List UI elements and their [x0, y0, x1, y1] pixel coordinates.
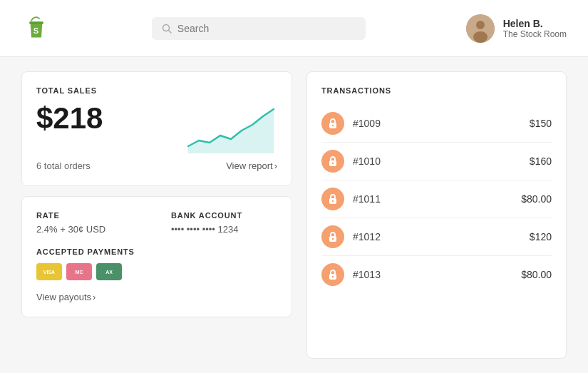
- svg-point-16: [332, 238, 334, 240]
- payment-card-visa: VISA: [36, 263, 62, 280]
- user-name: Helen B.: [503, 18, 567, 29]
- svg-point-7: [473, 31, 488, 43]
- search-icon: [162, 24, 172, 34]
- transaction-item: #1012 $120: [321, 218, 552, 256]
- user-info: Helen B. The Stock Room: [503, 18, 567, 39]
- transaction-id: #1013: [353, 269, 381, 280]
- transaction-item: #1011 $80.00: [321, 180, 552, 218]
- left-panel: TOTAL SALES $218 6 total orders View rep…: [21, 71, 292, 359]
- transaction-left: #1012: [321, 225, 381, 248]
- transaction-id: #1010: [353, 155, 381, 167]
- user-store: The Stock Room: [503, 29, 567, 39]
- lock-icon: [328, 269, 338, 280]
- transaction-item: #1010 $160: [321, 143, 552, 180]
- transaction-amount: $120: [530, 231, 552, 242]
- svg-point-10: [332, 125, 334, 126]
- rate-bank-row: RATE 2.4% + 30¢ USD BANK ACCOUNT •••• ••…: [36, 211, 277, 235]
- avatar: [466, 14, 495, 43]
- payment-icons: VISA MC AX: [36, 263, 277, 280]
- sales-amount: $218: [36, 103, 103, 133]
- transaction-amount: $80.00: [521, 269, 552, 280]
- rate-bank-card: RATE 2.4% + 30¢ USD BANK ACCOUNT •••• ••…: [21, 196, 292, 317]
- sales-footer: 6 total orders View report ›: [36, 160, 277, 171]
- lock-icon: [328, 118, 338, 129]
- total-orders: 6 total orders: [36, 160, 91, 171]
- header: S Helen B. The Stock Room: [0, 0, 588, 57]
- bank-section: BANK ACCOUNT •••• •••• •••• 1234: [171, 211, 277, 235]
- svg-text:S: S: [33, 26, 39, 35]
- transactions-panel: TRANSACTIONS #1009 $150: [306, 71, 567, 359]
- transaction-amount: $160: [530, 155, 552, 167]
- lock-icon-circle: [321, 188, 344, 210]
- payment-card-mc: MC: [66, 263, 92, 280]
- lock-icon-circle: [321, 225, 344, 248]
- total-sales-card: TOTAL SALES $218 6 total orders View rep…: [21, 71, 292, 186]
- rate-section: RATE 2.4% + 30¢ USD: [36, 211, 143, 235]
- lock-icon-circle: [321, 150, 344, 173]
- lock-icon: [328, 193, 338, 205]
- transaction-left: #1009: [321, 112, 381, 135]
- transaction-item: #1009 $150: [321, 105, 552, 143]
- transactions-title: TRANSACTIONS: [321, 86, 552, 95]
- bank-label: BANK ACCOUNT: [171, 211, 277, 220]
- transaction-amount: $150: [530, 118, 552, 129]
- lock-icon: [328, 155, 338, 167]
- lock-icon-circle: [321, 263, 344, 286]
- svg-rect-1: [29, 21, 43, 24]
- shopify-logo: S: [21, 14, 51, 44]
- view-payouts-link[interactable]: View payouts ›: [36, 292, 277, 302]
- svg-line-4: [168, 30, 171, 33]
- view-report-link[interactable]: View report ›: [226, 160, 277, 171]
- bank-value: •••• •••• •••• 1234: [171, 224, 277, 235]
- total-sales-title: TOTAL SALES: [36, 86, 277, 95]
- transaction-id: #1012: [353, 231, 381, 242]
- user-container: Helen B. The Stock Room: [466, 14, 567, 43]
- lock-icon: [328, 231, 338, 242]
- transaction-left: #1011: [321, 188, 381, 210]
- rate-value: 2.4% + 30¢ USD: [36, 224, 143, 235]
- payment-card-amex: AX: [96, 263, 122, 280]
- transaction-id: #1009: [353, 118, 381, 129]
- transaction-id: #1011: [353, 193, 381, 205]
- transaction-item: #1013 $80.00: [321, 256, 552, 293]
- svg-point-12: [332, 163, 334, 164]
- lock-icon-circle: [321, 112, 344, 135]
- logo-container: S: [21, 14, 51, 44]
- sales-chart: [185, 103, 277, 153]
- rate-label: RATE: [36, 211, 143, 220]
- svg-point-6: [476, 21, 485, 29]
- svg-point-18: [332, 276, 334, 277]
- svg-marker-8: [188, 109, 274, 153]
- search-container[interactable]: [152, 17, 366, 40]
- svg-point-14: [332, 200, 334, 202]
- search-input[interactable]: [177, 23, 356, 34]
- transactions-list: #1009 $150 #1010 $160: [321, 105, 552, 293]
- transaction-left: #1013: [321, 263, 381, 286]
- accepted-payments-label: ACCEPTED PAYMENTS: [36, 247, 277, 256]
- transaction-left: #1010: [321, 150, 381, 173]
- main-content: TOTAL SALES $218 6 total orders View rep…: [0, 57, 588, 373]
- transaction-amount: $80.00: [521, 193, 552, 205]
- sales-row: $218: [36, 103, 277, 153]
